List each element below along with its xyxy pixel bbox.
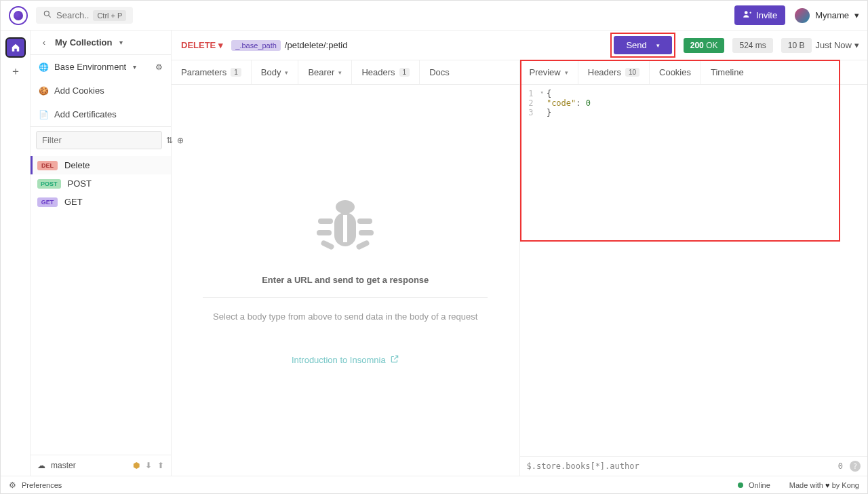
global-search[interactable]: Search.. Ctrl + P [36, 7, 133, 24]
method-badge: POST [37, 179, 61, 189]
response-size: 10 B [781, 38, 812, 53]
tab-body[interactable]: Body▾ [251, 60, 298, 84]
svg-point-2 [745, 11, 748, 14]
username: Myname [815, 10, 849, 20]
box-icon[interactable]: ⬢ [133, 461, 140, 470]
request-item[interactable]: GETGET [31, 193, 171, 211]
empty-title: Enter a URL and send to get a response [262, 275, 429, 285]
svg-rect-10 [317, 230, 332, 235]
svg-rect-11 [359, 230, 374, 235]
search-shortcut: Ctrl + P [93, 10, 126, 21]
online-indicator [738, 482, 743, 488]
chevron-down-icon: ▾ [854, 10, 859, 20]
empty-subtitle: Select a body type from above to send da… [203, 297, 488, 322]
made-with: Made with ♥ by Kong [789, 481, 859, 489]
cloud-icon: ☁ [37, 461, 45, 470]
svg-rect-12 [320, 240, 335, 250]
request-label: Delete [64, 160, 90, 170]
help-icon[interactable]: ? [850, 461, 861, 472]
chevron-down-icon: ▾ [133, 63, 136, 71]
tab-response-headers[interactable]: Headers 10 [578, 60, 649, 84]
search-icon [43, 10, 52, 21]
chevron-down-icon: ▾ [218, 40, 223, 50]
response-pane: Preview▾ Headers 10 Cookies Timeline [520, 60, 868, 476]
external-link-icon [390, 354, 399, 366]
add-cookies[interactable]: 🍪 Add Cookies [31, 79, 171, 102]
url-bar: DELETE ▾ _.base_path /petdelete/:petid S… [172, 31, 867, 60]
status-bar: ⚙ Preferences Online Made with ♥ by Kong [1, 476, 867, 493]
invite-label: Invite [756, 10, 777, 20]
response-history[interactable]: Just Now ▾ [816, 40, 862, 50]
request-item[interactable]: DELDelete [31, 156, 171, 174]
invite-icon [743, 10, 752, 21]
request-item[interactable]: POSTPOST [31, 174, 171, 193]
environment-selector[interactable]: Base Environment [54, 62, 126, 72]
method-badge: GET [37, 197, 58, 207]
cookie-icon: 🍪 [39, 86, 49, 96]
preferences-link[interactable]: Preferences [22, 481, 62, 489]
method-badge: DEL [37, 161, 58, 170]
request-label: GET [64, 197, 83, 207]
svg-line-1 [49, 16, 51, 18]
back-button[interactable]: ‹ [39, 37, 50, 48]
tab-preview[interactable]: Preview▾ [520, 60, 578, 84]
request-tabs: Parameters 1 Body▾ Bearer▾ Headers 1 [172, 60, 519, 85]
topbar: Search.. Ctrl + P Invite Myname ▾ [1, 1, 867, 31]
send-highlight: Send ▾ [610, 33, 675, 58]
chevron-down-icon: ▾ [656, 42, 660, 49]
method-selector[interactable]: DELETE ▾ [177, 40, 227, 50]
request-label: POST [68, 178, 92, 189]
svg-rect-9 [357, 218, 372, 224]
invite-button[interactable]: Invite [734, 5, 785, 25]
svg-point-0 [44, 11, 49, 16]
sidebar: ‹ My Collection ▾ 🌐 Base Environment ▾ ⚙… [31, 31, 172, 476]
cloud-down-icon[interactable]: ⬇ [145, 461, 152, 470]
avatar [795, 8, 810, 23]
status-code: 200 OK [684, 38, 725, 53]
tab-docs[interactable]: Docs [419, 60, 459, 84]
filter-input[interactable] [36, 131, 162, 149]
heart-icon: ♥ [825, 481, 830, 489]
tab-parameters[interactable]: Parameters 1 [172, 60, 251, 84]
collection-title[interactable]: My Collection [55, 37, 113, 48]
intro-link[interactable]: Introduction to Insomnia [292, 354, 399, 366]
response-body[interactable]: 1▾{2 "code": 03 } [520, 85, 868, 456]
tab-cookies[interactable]: Cookies [649, 60, 701, 84]
file-icon: 📄 [39, 110, 49, 119]
svg-point-5 [336, 200, 355, 214]
jsonpath-count: 0 [838, 461, 843, 471]
tab-timeline[interactable]: Timeline [701, 60, 753, 84]
svg-rect-8 [318, 218, 333, 224]
left-rail: ＋ [1, 31, 31, 476]
send-button[interactable]: Send ▾ [614, 36, 671, 54]
home-button[interactable] [5, 37, 26, 58]
url-variable-chip[interactable]: _.base_path [231, 40, 281, 51]
globe-icon: 🌐 [39, 62, 49, 72]
svg-rect-7 [343, 215, 347, 242]
user-menu[interactable]: Myname ▾ [795, 8, 859, 23]
add-workspace-button[interactable]: ＋ [10, 64, 21, 79]
tab-auth[interactable]: Bearer▾ [298, 60, 351, 84]
chevron-down-icon: ▾ [854, 40, 859, 50]
url-path[interactable]: /petdelete/:petid [285, 40, 348, 50]
gear-icon[interactable]: ⚙ [9, 480, 16, 490]
jsonpath-input[interactable]: $.store.books[*].author [527, 461, 639, 471]
svg-rect-13 [355, 240, 370, 250]
request-pane: Parameters 1 Body▾ Bearer▾ Headers 1 [172, 60, 520, 476]
bug-icon [308, 195, 382, 263]
cloud-up-icon[interactable]: ⬆ [157, 461, 164, 470]
app-logo [9, 6, 28, 25]
gear-icon[interactable]: ⚙ [155, 62, 163, 72]
git-branch[interactable]: master [51, 461, 76, 470]
chevron-down-icon[interactable]: ▾ [119, 39, 123, 46]
tab-headers[interactable]: Headers 1 [351, 60, 419, 84]
request-list: DELDeletePOSTPOSTGETGET [31, 153, 171, 455]
search-placeholder: Search.. [56, 10, 89, 20]
response-time: 524 ms [732, 38, 772, 53]
response-tabs: Preview▾ Headers 10 Cookies Timeline [520, 60, 868, 85]
add-certificates[interactable]: 📄 Add Certificates [31, 102, 171, 127]
online-label: Online [749, 481, 770, 489]
